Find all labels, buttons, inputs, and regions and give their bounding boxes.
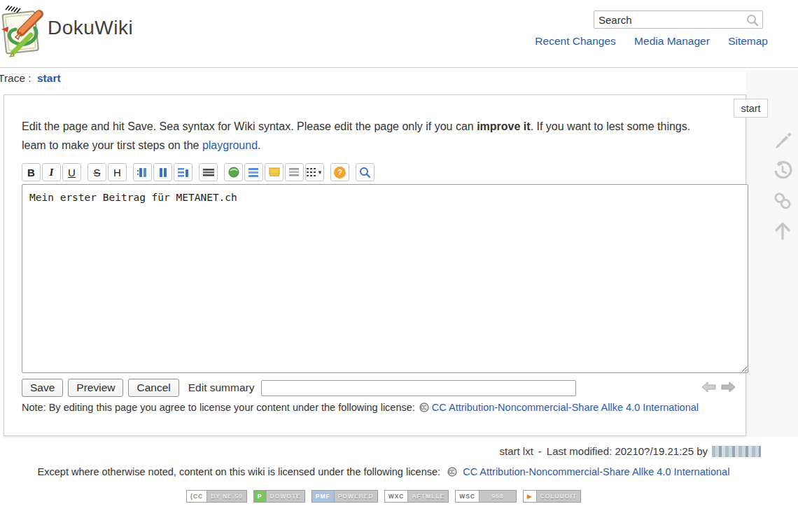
editor-toolbar: B I U S H — [22, 163, 381, 181]
footer-license-text: Except where otherwise noted, content on… — [38, 466, 440, 477]
unordered-list-button[interactable] — [244, 163, 263, 181]
footer-badges: (CCBY NE.50PDOWOTEPMFPOWEREDWXCAFTMLLEWS… — [0, 490, 767, 503]
tab-start[interactable]: start — [734, 99, 768, 118]
align-button[interactable] — [285, 163, 304, 181]
arrow-right-icon[interactable] — [720, 382, 736, 393]
footer-badge-5[interactable]: ▶COLUUOIT — [523, 490, 581, 503]
hr-icon — [203, 167, 214, 177]
badge-left-cell: WSC — [456, 491, 479, 502]
badge-right-cell: 968 — [479, 491, 516, 502]
dokuwiki-logo[interactable] — [0, 4, 45, 57]
nav-link-recent-changes[interactable]: Recent Changes — [535, 35, 615, 47]
page-tools — [770, 130, 795, 241]
edit-summary-input[interactable] — [261, 380, 576, 396]
media-globe-icon — [228, 167, 239, 178]
cancel-button[interactable]: Cancel — [128, 379, 178, 397]
back-to-top-icon[interactable] — [772, 220, 793, 241]
top-navigation: Recent Changes Media Manager Sitemap — [519, 35, 768, 48]
backlinks-icon[interactable] — [772, 190, 793, 211]
edit-summary-label: Edit summary — [188, 382, 255, 394]
heading-button[interactable]: H — [108, 163, 127, 181]
author-name-redacted — [712, 446, 761, 457]
align-icon — [289, 167, 300, 177]
edit-license-note: Note: By editing this page you agree to … — [22, 402, 699, 413]
external-link-icon — [158, 167, 168, 178]
save-button[interactable]: Save — [22, 379, 63, 397]
special-chars-button[interactable]: ▼ — [305, 163, 324, 181]
search-input[interactable] — [598, 12, 738, 27]
old-revisions-icon[interactable] — [771, 160, 794, 182]
search-box — [594, 10, 763, 29]
badge-left-cell: WXC — [385, 491, 409, 502]
nav-link-media-manager[interactable]: Media Manager — [634, 35, 710, 47]
breadcrumb-label: Trace : — [0, 72, 31, 84]
edit-pencil-icon[interactable] — [772, 130, 793, 151]
unordered-list-icon — [248, 167, 259, 178]
badge-left-cell: (CC — [187, 491, 207, 502]
footer-license-line: Except where otherwise noted, content on… — [0, 465, 767, 477]
bold-button[interactable]: B — [22, 163, 41, 181]
footer-badge-1[interactable]: PDOWOTE — [253, 490, 305, 503]
draft-navigation — [701, 382, 736, 393]
cc-license-icon — [447, 467, 457, 477]
badge-right-cell: BY NE.50 — [207, 491, 246, 502]
footer-badge-3[interactable]: WXCAFTMLLE — [384, 490, 449, 503]
nav-link-sitemap[interactable]: Sitemap — [728, 35, 768, 47]
magnifier-icon — [359, 167, 371, 178]
footer-license-link[interactable]: CC Attribution-Noncommercial-Share Allke… — [463, 466, 729, 477]
badge-left-cell: P — [254, 491, 267, 502]
cc-license-icon — [419, 402, 429, 412]
badge-right-cell: COLUUOIT — [537, 491, 580, 502]
cc-license-link[interactable]: CC Attribution-Noncommercial-Share Allke… — [432, 402, 699, 413]
chevron-down-icon: ▼ — [317, 169, 323, 176]
intro-text-3: . — [258, 139, 260, 151]
breadcrumb: Trace : start — [0, 72, 61, 85]
ordered-list-icon — [178, 167, 189, 178]
edit-intro-text: Edit the page and hit Save. Sea syntax f… — [22, 117, 715, 155]
help-button[interactable]: ? — [330, 163, 349, 181]
badge-left-cell: PMF — [312, 491, 335, 502]
page-tools-rail-background — [746, 70, 798, 437]
page-title: DokuWiki — [48, 17, 133, 39]
edit-panel: Edit the page and hit Save. Sea syntax f… — [4, 94, 746, 436]
meta-last-modified: Last modified: 20210?/19.21:25 by — [547, 445, 708, 457]
external-link-button[interactable] — [153, 163, 172, 181]
chars-grid-icon — [307, 167, 316, 177]
badge-right-cell: AFTMLLE — [408, 491, 448, 502]
table-button[interactable] — [265, 163, 284, 181]
playground-link[interactable]: playground — [202, 139, 258, 151]
arrow-left-icon[interactable] — [701, 382, 717, 393]
footer-badge-0[interactable]: (CCBY NE.50 — [186, 490, 247, 503]
table-icon — [269, 167, 280, 177]
header-divider — [0, 67, 798, 68]
media-button[interactable] — [224, 163, 243, 181]
search-icon[interactable] — [746, 13, 760, 27]
preview-button[interactable]: Preview — [68, 379, 123, 397]
underline-button[interactable]: U — [62, 163, 81, 181]
edit-action-row: Save Preview Cancel Edit summary — [22, 379, 576, 397]
badge-right-cell: POWERED — [335, 491, 377, 502]
page-meta-line: start lxt - Last modified: 20210?/19.21:… — [499, 445, 761, 457]
internal-link-icon — [137, 167, 148, 178]
badge-right-cell: DOWOTE — [267, 491, 304, 502]
intro-text: Edit the page and hit Save. Sea syntax f… — [22, 120, 477, 132]
strikethrough-button[interactable]: S — [88, 163, 106, 181]
italic-button[interactable]: I — [42, 163, 61, 181]
hr-button[interactable] — [199, 163, 218, 181]
license-note-text: Note: By editing this page you agree to … — [22, 402, 415, 413]
footer-badge-2[interactable]: PMFPOWERED — [312, 490, 378, 503]
help-icon: ? — [334, 167, 346, 178]
wiki-editor-textarea[interactable]: Mein erster Beitrag für METANET.ch — [22, 184, 748, 373]
footer-badge-4[interactable]: WSC968 — [455, 490, 517, 503]
intro-bold-text: improve it — [477, 120, 530, 132]
internal-link-button[interactable] — [133, 163, 152, 181]
badge-left-cell: ▶ — [524, 491, 537, 502]
meta-separator: - — [538, 445, 542, 457]
breadcrumb-link-start[interactable]: start — [37, 72, 61, 84]
meta-page-name: start lxt — [499, 445, 533, 457]
ordered-list-button[interactable] — [174, 163, 192, 181]
preview-search-button[interactable] — [356, 163, 374, 181]
